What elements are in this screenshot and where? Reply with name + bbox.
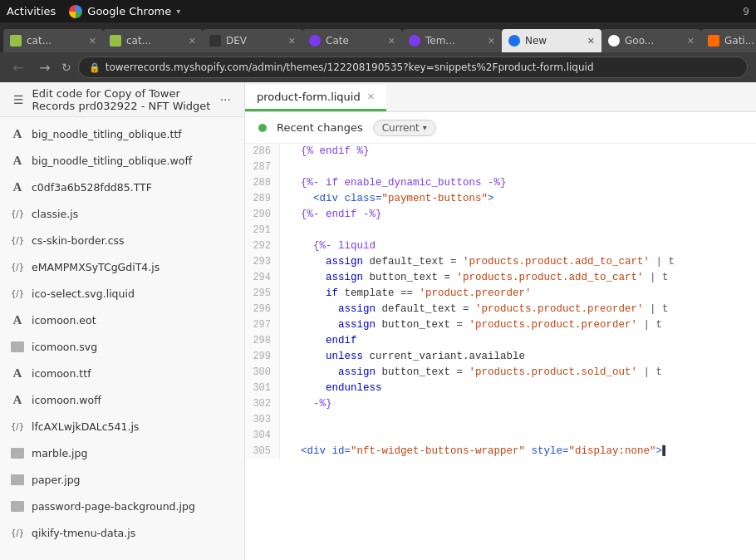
lock-icon: 🔒 [89, 62, 101, 73]
chrome-icon [69, 5, 82, 18]
line-content[interactable] [280, 223, 756, 238]
file-item[interactable]: {/}qikify-tmenu-data.js [0, 519, 244, 546]
file-item[interactable]: marble.jpg [0, 440, 244, 466]
code-line: 304 [245, 428, 756, 444]
chrome-dropdown-icon[interactable]: ▾ [176, 7, 180, 16]
tab-label: cat... [126, 35, 182, 47]
tab-close-button[interactable]: ✕ [189, 36, 196, 47]
file-item[interactable]: Aicomoon.eot [0, 307, 244, 333]
forward-button[interactable]: → [35, 60, 55, 76]
line-content[interactable]: assign default_text = 'products.product.… [280, 254, 756, 270]
file-type-icon: {/} [10, 525, 25, 540]
line-number: 290 [245, 207, 280, 223]
browser-tab-tab3[interactable]: DEV✕ [203, 29, 302, 52]
file-item[interactable]: {/}cs-skin-border.css [0, 227, 244, 253]
current-badge-chevron: ▾ [423, 123, 427, 132]
browser-tab-tab4[interactable]: Cate✕ [302, 29, 402, 52]
file-type-icon: {/} [10, 259, 25, 274]
editor-area: ☰ Edit code for Copy of Tower Records pr… [0, 82, 756, 560]
line-content[interactable]: unless current_variant.available [280, 349, 756, 365]
browser-tab-tab1[interactable]: cat...✕ [3, 29, 103, 52]
tab-bar: cat...✕cat...✕DEV✕Cate✕Tem...✕New✕Goo...… [0, 22, 756, 52]
line-content[interactable]: assign button_text = 'products.product.p… [280, 317, 756, 333]
line-content[interactable]: {%- if enable_dynamic_buttons -%} [280, 175, 756, 191]
line-content[interactable] [280, 412, 756, 428]
file-item[interactable]: icomoon.svg [0, 333, 244, 360]
file-name: big_noodle_titling_oblique.woff [32, 155, 192, 167]
address-field[interactable]: 🔒 towerrecords.myshopify.com/admin/theme… [78, 56, 748, 78]
current-badge[interactable]: Current ▾ [373, 120, 436, 136]
line-content[interactable]: {%- endif -%} [280, 207, 756, 223]
code-line: 294 assign button_text = 'products.produ… [245, 270, 756, 286]
file-name: password-page-background.jpg [32, 500, 195, 513]
line-content[interactable]: assign button_text = 'products.product.a… [280, 270, 756, 286]
chrome-label: Google Chrome ▾ [69, 5, 180, 18]
file-item[interactable]: Abig_noodle_titling_oblique.ttf [0, 120, 244, 147]
code-line: 299 unless current_variant.available [245, 349, 756, 365]
file-item[interactable]: Abig_noodle_titling_oblique.woff [0, 147, 244, 174]
file-type-icon: {/} [10, 206, 25, 221]
tab-close-button[interactable]: ✕ [288, 36, 296, 47]
reload-button[interactable]: ↻ [61, 61, 71, 74]
code-editor[interactable]: 286 {% endif %}287 288 {%- if enable_dyn… [245, 144, 756, 560]
more-options-button[interactable]: ··· [220, 93, 231, 106]
file-item[interactable]: {/}lfcAXLwjkDALc541.js [0, 413, 244, 440]
browser-tab-tab7[interactable]: Goo...✕ [601, 29, 701, 52]
file-item[interactable]: Aicomoon.woff [0, 386, 244, 413]
tab-close-button[interactable]: ✕ [587, 36, 595, 47]
line-number: 291 [245, 223, 280, 238]
file-item[interactable]: password-page-background.jpg [0, 493, 244, 519]
line-content[interactable]: -%} [280, 396, 756, 412]
file-name: paper.jpg [32, 474, 81, 486]
line-content[interactable]: {% endif %} [280, 144, 756, 160]
line-content[interactable]: {%- liquid [280, 238, 756, 254]
file-type-icon: A [10, 126, 25, 141]
file-type-icon [10, 472, 25, 487]
file-type-icon [10, 339, 25, 354]
line-content[interactable]: assign default_text = 'products.product.… [280, 302, 756, 317]
line-number: 305 [245, 444, 280, 459]
browser-tab-tab6[interactable]: New✕ [502, 29, 601, 52]
tab-close-button[interactable]: ✕ [89, 36, 96, 47]
file-item[interactable]: {/}ico-select.svg.liquid [0, 280, 244, 307]
file-name: eMAMPMXSyTCgGdiT4.js [32, 261, 160, 273]
tab-close-button[interactable]: ✕ [488, 36, 495, 47]
editor-header: ☰ Edit code for Copy of Tower Records pr… [0, 82, 244, 117]
line-content[interactable]: assign button_text = 'products.product.s… [280, 365, 756, 381]
file-sidebar: ☰ Edit code for Copy of Tower Records pr… [0, 82, 245, 560]
line-content[interactable]: <div class="payment-buttons"> [280, 191, 756, 207]
sidebar-back-button[interactable]: ☰ [13, 93, 24, 106]
file-name: icomoon.ttf [32, 367, 91, 380]
tab-label: Goo... [625, 35, 680, 47]
browser-tab-tab2[interactable]: cat...✕ [103, 29, 203, 52]
line-content[interactable]: endif [280, 333, 756, 349]
line-content[interactable]: endunless [280, 381, 756, 396]
file-item[interactable]: Ac0df3a6b528fdd85.TTF [0, 174, 244, 200]
file-name: lfcAXLwjkDALc541.js [32, 420, 139, 433]
file-name: classie.js [32, 208, 78, 220]
line-number: 302 [245, 396, 280, 412]
tab-close-button[interactable]: ✕ [687, 36, 695, 47]
tab-label: DEV [226, 35, 282, 47]
line-number: 304 [245, 428, 280, 444]
line-content[interactable]: <div id="nft-widget-buttons-wrapper" sty… [280, 444, 756, 459]
activities-label[interactable]: Activities [7, 5, 56, 17]
code-line: 287 [245, 160, 756, 175]
editor-tab-close[interactable]: ✕ [367, 91, 375, 102]
browser-tab-tab5[interactable]: Tem...✕ [402, 29, 502, 52]
editor-tab-product-form[interactable]: product-form.liquid ✕ [245, 85, 386, 111]
browser-tab-tab8[interactable]: Gati...✕ [701, 29, 756, 52]
file-item[interactable]: {/}classie.js [0, 200, 244, 227]
code-line: 289 <div class="payment-buttons"> [245, 191, 756, 207]
back-button[interactable]: ← [8, 60, 28, 76]
line-content[interactable] [280, 160, 756, 175]
file-item[interactable]: {/}eMAMPMXSyTCgGdiT4.js [0, 253, 244, 280]
recent-changes-label: Recent changes [277, 121, 363, 134]
line-content[interactable] [280, 428, 756, 444]
tab-label: Gati... [724, 35, 756, 47]
code-line: 290 {%- endif -%} [245, 207, 756, 223]
tab-close-button[interactable]: ✕ [388, 36, 395, 47]
line-content[interactable]: if template == 'product.preorder' [280, 286, 756, 302]
file-item[interactable]: Aicomoon.ttf [0, 360, 244, 386]
file-item[interactable]: paper.jpg [0, 466, 244, 493]
